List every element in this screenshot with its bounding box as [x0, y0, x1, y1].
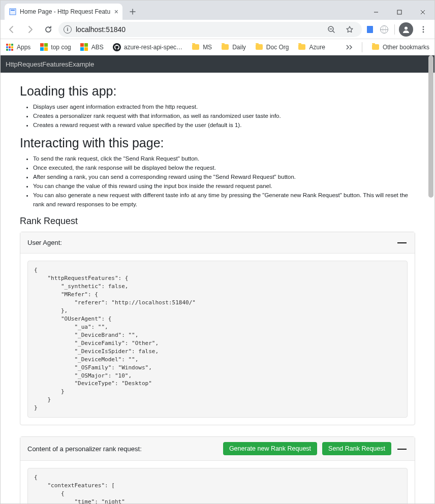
site-info-icon[interactable]: i — [64, 25, 72, 34]
list-item: Creates a personalizer rank request with… — [33, 112, 415, 121]
svg-point-7 — [423, 31, 424, 33]
interacting-list: To send the rank request, click the "Sen… — [20, 154, 415, 209]
nav-forward-button[interactable] — [22, 21, 38, 38]
new-tab-button[interactable] — [126, 5, 140, 19]
list-item: Creates a reward request with a reward v… — [33, 121, 415, 130]
svg-rect-0 — [10, 9, 16, 15]
nav-reload-button[interactable] — [40, 21, 56, 38]
bookmark-label: ABS — [91, 44, 104, 51]
list-item: After sending a rank, you can send a cor… — [33, 173, 415, 182]
card-header-user-agent[interactable]: User Agent: — — [20, 232, 415, 254]
zoom-icon[interactable] — [324, 22, 338, 37]
bookmarks-apps[interactable]: Apps — [6, 43, 30, 51]
extension-icon-reader[interactable] — [364, 23, 376, 36]
bookmark-item-top-cog[interactable]: top cog — [40, 43, 71, 51]
bookmark-item-azure-rest[interactable]: azure-rest-api-spec… — [113, 43, 182, 51]
tab-title: Home Page - Http Request Featu — [20, 8, 111, 15]
heading-loading: Loading this app: — [20, 84, 415, 99]
page-content: Loading this app: Displays user agent in… — [1, 73, 434, 503]
profile-avatar-icon[interactable] — [399, 22, 413, 37]
app-brand-title[interactable]: HttpRequestFeaturesExample — [6, 60, 94, 68]
list-item: Once executed, the rank response will be… — [33, 164, 415, 173]
github-icon — [113, 43, 121, 51]
svg-rect-2 — [397, 10, 401, 14]
json-block-user-agent: { "httpRequestFeatures": { "_synthetic":… — [27, 261, 408, 418]
card-rank-request: Content of a personalizer rank request: … — [20, 436, 415, 503]
card-header-rank-request[interactable]: Content of a personalizer rank request: … — [20, 437, 415, 461]
bookmark-label: MS — [203, 44, 212, 51]
send-rank-request-button[interactable]: Send Rank Request — [322, 442, 391, 455]
bookmarks-bar: Apps top cog ABS azure-rest-api-spec… MS… — [1, 39, 434, 55]
browser-tab[interactable]: Home Page - Http Request Featu × — [5, 4, 122, 20]
svg-point-5 — [423, 26, 424, 27]
bookmark-item-abs[interactable]: ABS — [80, 43, 104, 51]
window-minimize-button[interactable] — [364, 5, 388, 20]
page-viewport: HttpRequestFeaturesExample Loading this … — [1, 55, 434, 503]
window-controls — [364, 5, 434, 20]
svg-point-4 — [405, 26, 408, 29]
card-title: User Agent: — [27, 239, 62, 246]
card-body-rank-request: { "contextFeatures": [ { "time": "night"… — [20, 461, 415, 503]
other-bookmarks-button[interactable]: Other bookmarks — [371, 43, 429, 51]
bookmark-overflow-button[interactable] — [346, 44, 353, 50]
window-maximize-button[interactable] — [388, 5, 411, 20]
apps-grid-icon — [6, 43, 14, 51]
bookmark-label: Daily — [232, 44, 246, 51]
collapse-toggle-icon[interactable]: — — [396, 444, 408, 454]
extension-icon-globe[interactable] — [378, 23, 390, 36]
bookmark-folder-ms[interactable]: MS — [192, 43, 212, 51]
scrollbar-thumb[interactable] — [428, 55, 433, 198]
tab-strip: Home Page - Http Request Featu × — [5, 1, 364, 20]
list-item: To send the rank request, click the "Sen… — [33, 154, 415, 164]
heading-interacting: Interacting with this page: — [20, 136, 415, 150]
bookmark-star-icon[interactable] — [343, 22, 357, 37]
bookmark-label: Doc Org — [266, 44, 289, 51]
list-item: You can also generate a new request with… — [33, 191, 415, 209]
svg-rect-1 — [11, 10, 15, 11]
bookmark-label: Apps — [17, 44, 30, 51]
app-nav-header: HttpRequestFeaturesExample — [1, 55, 434, 73]
tab-close-icon[interactable]: × — [114, 8, 118, 16]
generate-rank-request-button[interactable]: Generate new Rank Request — [223, 442, 317, 455]
folder-icon — [371, 43, 380, 51]
folder-icon — [255, 43, 263, 51]
nav-back-button[interactable] — [4, 21, 20, 38]
bookmark-folder-daily[interactable]: Daily — [221, 43, 246, 51]
folder-icon — [221, 43, 229, 51]
bookmark-label: azure-rest-api-spec… — [124, 44, 182, 51]
bookmark-label: top cog — [51, 44, 71, 51]
list-item: You can change the value of this reward … — [33, 182, 415, 191]
collapse-toggle-icon[interactable]: — — [396, 237, 408, 248]
card-title: Content of a personalizer rank request: — [27, 445, 142, 453]
browser-window: Home Page - Http Request Featu × i local… — [0, 0, 435, 504]
bookmark-label: Azure — [309, 44, 325, 51]
browser-menu-button[interactable] — [415, 21, 431, 38]
tab-favicon-icon — [9, 8, 17, 16]
folder-icon — [298, 43, 306, 51]
browser-toolbar: i localhost:51840 — [1, 20, 434, 39]
folder-icon — [192, 43, 200, 51]
ms-logo-icon — [80, 43, 88, 51]
heading-rank-request: Rank Request — [20, 216, 415, 227]
json-block-rank-request: { "contextFeatures": [ { "time": "night"… — [27, 468, 408, 503]
title-bar: Home Page - Http Request Featu × — [1, 1, 434, 20]
bookmark-label: Other bookmarks — [383, 44, 429, 51]
loading-list: Displays user agent information extracte… — [20, 103, 415, 130]
ms-logo-icon — [40, 43, 48, 51]
svg-point-6 — [423, 28, 424, 30]
url-text: localhost:51840 — [76, 25, 320, 34]
card-body-user-agent: { "httpRequestFeatures": { "_synthetic":… — [20, 254, 415, 425]
separator — [394, 24, 395, 35]
list-item: Displays user agent information extracte… — [33, 103, 415, 112]
bookmark-folder-azure[interactable]: Azure — [298, 43, 325, 51]
address-bar[interactable]: i localhost:51840 — [58, 22, 362, 37]
card-user-agent: User Agent: — { "httpRequestFeatures": {… — [20, 232, 415, 425]
window-close-button[interactable] — [411, 5, 434, 20]
bookmark-folder-docorg[interactable]: Doc Org — [255, 43, 289, 51]
separator — [362, 42, 362, 52]
